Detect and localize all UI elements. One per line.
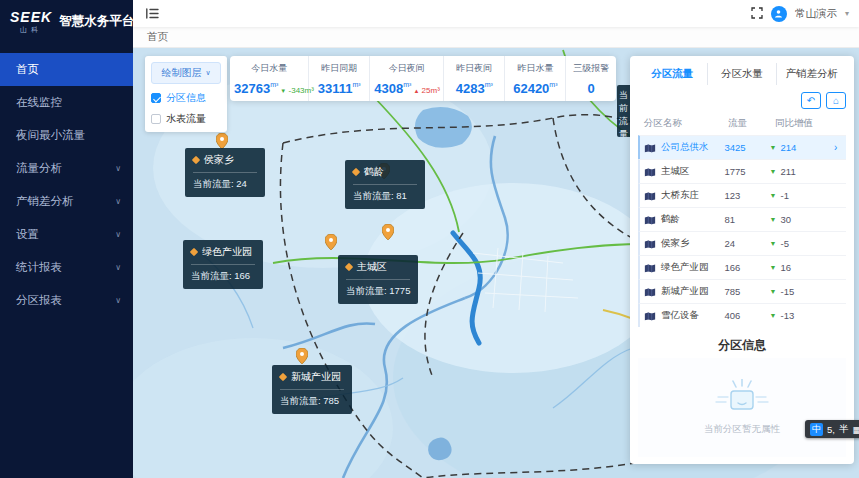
sidebar-item-label: 夜间最小流量: [16, 128, 85, 143]
sidebar-item-settings[interactable]: 设置∨: [0, 218, 133, 251]
menu-collapse-icon[interactable]: [146, 5, 159, 23]
layer-dropdown-button[interactable]: 绘制图层 ∨: [151, 62, 221, 84]
chevron-down-icon: ∨: [205, 69, 210, 77]
ime-halfwidth-label[interactable]: 半: [839, 423, 849, 436]
map-pin-icon[interactable]: [382, 224, 394, 244]
avatar[interactable]: [771, 6, 787, 22]
stat-label: 今日夜间: [374, 62, 439, 75]
zone-name: 鹤龄: [661, 213, 680, 226]
tooltip-zone-name: 绿色产业园: [202, 245, 252, 259]
sidebar-item-flow-analysis[interactable]: 流量分析∨: [0, 152, 133, 185]
caret-down-icon: ▾: [845, 9, 849, 18]
map-tooltip-new-city-industrial-park[interactable]: 新城产业园 当前流量: 785: [272, 365, 352, 414]
stat-value: 4308: [374, 81, 403, 96]
stat-unit: m³: [485, 81, 493, 88]
tooltip-flow-label: 当前流量:: [193, 178, 234, 189]
empty-box-icon: [714, 379, 770, 417]
table-row[interactable]: 鹤龄 81 ▼30: [638, 207, 846, 231]
layer-option-meter-flow[interactable]: 水表流量: [151, 112, 221, 126]
sidebar-menu: 首页 在线监控 夜间最小流量 流量分析∨ 产销差分析∨ 设置∨ 统计报表∨ 分区…: [0, 53, 133, 317]
checkbox-checked-icon[interactable]: [151, 93, 161, 103]
stat-value: 32763: [234, 81, 270, 96]
tab-zone-volume[interactable]: 分区水量: [708, 63, 778, 85]
zone-name: 绿色产业园: [661, 261, 709, 274]
stat-yesterday-night: 昨日夜间 4283m³: [444, 56, 505, 101]
tooltip-flow-value: 785: [323, 395, 339, 406]
breadcrumb-item-home[interactable]: 首页: [147, 30, 168, 44]
tooltip-flow-label: 当前流量:: [346, 285, 387, 296]
table-row[interactable]: 大桥东庄 123 ▼-1: [638, 183, 846, 207]
chevron-down-icon: ∨: [115, 197, 121, 206]
ime-toolbar[interactable]: 中 5, 半 ▦: [805, 420, 859, 438]
sidebar-item-home[interactable]: 首页: [0, 53, 133, 86]
table-row[interactable]: 新城产业园 785 ▼-15: [638, 279, 846, 303]
layer-panel: 绘制图层 ∨ 分区信息 水表流量: [145, 56, 227, 132]
triangle-down-icon: ▼: [770, 192, 777, 199]
tooltip-zone-name: 鹤龄: [364, 165, 384, 179]
checkbox-unchecked-icon[interactable]: [151, 114, 161, 124]
sidebar-item-online-monitor[interactable]: 在线监控: [0, 86, 133, 119]
map-tooltip-main-city[interactable]: 主城区 当前流量: 1775: [338, 255, 418, 304]
triangle-down-icon: ▼: [770, 312, 777, 319]
zone-info-title: 分区信息: [638, 337, 846, 354]
zone-name: 雪亿设备: [661, 309, 699, 322]
chevron-down-icon: ∨: [115, 296, 121, 305]
layer-option-zone-info[interactable]: 分区信息: [151, 91, 221, 105]
tab-nrw-analysis[interactable]: 产销差分析: [777, 63, 846, 85]
tab-zone-flow[interactable]: 分区流量: [638, 63, 708, 85]
stat-today-volume: 今日水量 32763m³▼ -343m³: [230, 56, 309, 101]
ime-keyboard-icon[interactable]: ▦: [852, 424, 859, 435]
map-tooltip-houjiaxiang[interactable]: 侯家乡 当前流量: 24: [185, 148, 265, 197]
zone-flow: 166: [725, 262, 770, 273]
home-icon[interactable]: ⌂: [826, 92, 846, 109]
table-row[interactable]: 侯家乡 24 ▼-5: [638, 231, 846, 255]
app-logo: SEEK 山科 智慧水务平台: [0, 0, 133, 45]
back-icon[interactable]: ↶: [801, 92, 821, 109]
map-pin-icon[interactable]: [325, 234, 337, 254]
map-tooltip-green-industrial-park[interactable]: 绿色产业园 当前流量: 166: [183, 240, 263, 289]
stats-card: 今日水量 32763m³▼ -343m³ 昨日同期 33111m³ 今日夜间 4…: [230, 56, 616, 101]
stat-value: 4283: [456, 81, 485, 96]
tooltip-flow-value: 24: [236, 178, 247, 189]
zone-icon: [644, 286, 656, 298]
zone-flow: 3425: [725, 142, 770, 153]
diamond-marker-icon: [352, 168, 360, 176]
username[interactable]: 常山演示: [795, 7, 837, 21]
logo-mark: SEEK 山科: [10, 10, 52, 33]
tooltip-zone-name: 主城区: [357, 260, 387, 274]
fullscreen-icon[interactable]: [751, 5, 763, 23]
sidebar-item-stat-reports[interactable]: 统计报表∨: [0, 251, 133, 284]
triangle-down-icon: ▼: [770, 264, 777, 271]
zone-icon: [644, 166, 656, 178]
zone-name: 公司总供水: [661, 141, 709, 154]
sidebar-item-nrw-analysis[interactable]: 产销差分析∨: [0, 185, 133, 218]
stat-delta: 25m³: [422, 86, 440, 95]
zone-table-header: 分区名称 流量 同比增值: [638, 114, 846, 135]
sidebar-item-night-min-flow[interactable]: 夜间最小流量: [0, 119, 133, 152]
tooltip-flow-label: 当前流量:: [191, 270, 232, 281]
stat-yesterday-volume: 昨日水量 62420m³: [505, 56, 566, 101]
breadcrumb: 首页: [133, 27, 859, 48]
stat-label: 三级报警: [570, 62, 612, 75]
topbar: 常山演示 ▾: [133, 0, 859, 27]
zone-delta: -15: [781, 286, 795, 297]
stat-yesterday-same-period: 昨日同期 33111m³: [309, 56, 370, 101]
table-row[interactable]: 主城区 1775 ▼211: [638, 159, 846, 183]
zone-flow: 785: [725, 286, 770, 297]
topbar-right: 常山演示 ▾: [751, 5, 849, 23]
sidebar-item-label: 在线监控: [16, 95, 62, 110]
zone-flow: 1775: [725, 166, 770, 177]
sidebar-item-zone-reports[interactable]: 分区报表∨: [0, 284, 133, 317]
triangle-up-icon: ▲: [413, 88, 419, 94]
table-row[interactable]: 雪亿设备 406 ▼-13: [638, 303, 846, 327]
chevron-right-icon: ›: [834, 142, 842, 153]
column-header-zone-name: 分区名称: [644, 117, 728, 130]
table-row[interactable]: 公司总供水 3425 ▼214 ›: [638, 135, 846, 159]
triangle-down-icon: ▼: [770, 168, 777, 175]
ime-logo-icon[interactable]: 中: [810, 423, 823, 436]
zone-name: 侯家乡: [661, 237, 690, 250]
map-tooltip-heling[interactable]: 鹤龄 当前流量: 81: [345, 160, 425, 209]
table-row[interactable]: 绿色产业园 166 ▼16: [638, 255, 846, 279]
stat-value: 33111: [318, 81, 353, 96]
ime-mode-label[interactable]: 5,: [827, 424, 835, 435]
